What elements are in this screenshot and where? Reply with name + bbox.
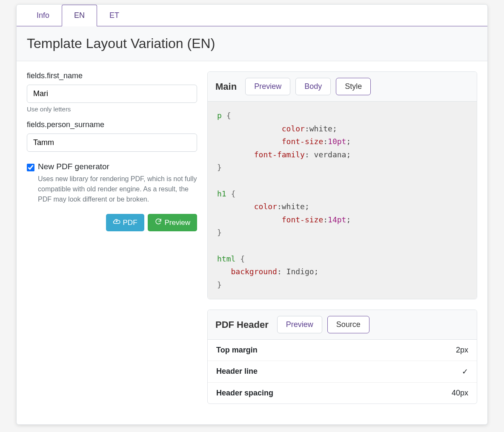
field-first-name: fields.first_name Use only letters (27, 71, 197, 113)
row-value: 40px (452, 389, 468, 398)
main-panel-title: Main (215, 81, 237, 92)
pdf-header-panel: PDF Header Preview Source Top margin2pxH… (207, 310, 477, 404)
language-tabs: Info EN ET (17, 5, 487, 26)
first-name-label: fields.first_name (27, 71, 197, 80)
new-pdf-checkbox[interactable] (27, 164, 34, 171)
field-surname: fields.person_surname (27, 120, 197, 154)
new-pdf-label: New PDF generator (38, 162, 109, 171)
main-panel-head: Main Preview Body Style (208, 72, 477, 102)
preview-button[interactable]: Preview (148, 214, 197, 231)
pdf-header-row: Top margin2px (208, 340, 477, 361)
new-pdf-checkbox-row: New PDF generator (27, 162, 197, 171)
css-editor[interactable]: p { color:white; font-size:10pt; font-fa… (208, 102, 477, 299)
pdf-header-row: Header line✓ (208, 361, 477, 382)
cloud-download-icon (113, 218, 120, 227)
row-value: ✓ (462, 367, 468, 376)
preview-button-label: Preview (165, 219, 190, 227)
surname-label: fields.person_surname (27, 120, 197, 129)
main-tab-body[interactable]: Body (295, 78, 331, 95)
form-column: fields.first_name Use only letters field… (27, 71, 197, 414)
page-title: Template Layout Variation (EN) (27, 36, 477, 51)
new-pdf-desc: Uses new library for rendering PDF, whic… (38, 174, 197, 205)
first-name-input[interactable] (27, 85, 197, 103)
row-key: Top margin (216, 346, 258, 355)
tab-et[interactable]: ET (97, 5, 132, 26)
editor-card: Info EN ET Template Layout Variation (EN… (16, 4, 488, 425)
pdf-header-row: Header spacing40px (208, 382, 477, 404)
pdfh-tab-source[interactable]: Source (327, 316, 369, 333)
pdf-button-label: PDF (123, 219, 137, 227)
action-buttons: PDF Preview (27, 214, 197, 231)
row-value: 2px (456, 346, 468, 355)
row-key: Header line (216, 367, 258, 376)
main-tab-preview[interactable]: Preview (245, 78, 290, 95)
content: fields.first_name Use only letters field… (17, 61, 487, 424)
pdf-header-title: PDF Header (215, 319, 269, 330)
refresh-icon (155, 218, 162, 227)
pdf-header-rows: Top margin2pxHeader line✓Header spacing4… (208, 340, 477, 404)
first-name-help: Use only letters (27, 105, 197, 113)
tab-en[interactable]: EN (62, 5, 97, 26)
panels-column: Main Preview Body Style p { color:white;… (207, 71, 477, 414)
pdf-header-panel-head: PDF Header Preview Source (208, 310, 477, 340)
title-bar: Template Layout Variation (EN) (17, 26, 487, 61)
pdfh-tab-preview[interactable]: Preview (277, 316, 322, 333)
tab-info[interactable]: Info (24, 5, 62, 26)
surname-input[interactable] (27, 134, 197, 152)
main-panel: Main Preview Body Style p { color:white;… (207, 71, 477, 299)
row-key: Header spacing (216, 389, 273, 398)
pdf-button[interactable]: PDF (106, 214, 144, 231)
main-tab-style[interactable]: Style (336, 78, 371, 95)
